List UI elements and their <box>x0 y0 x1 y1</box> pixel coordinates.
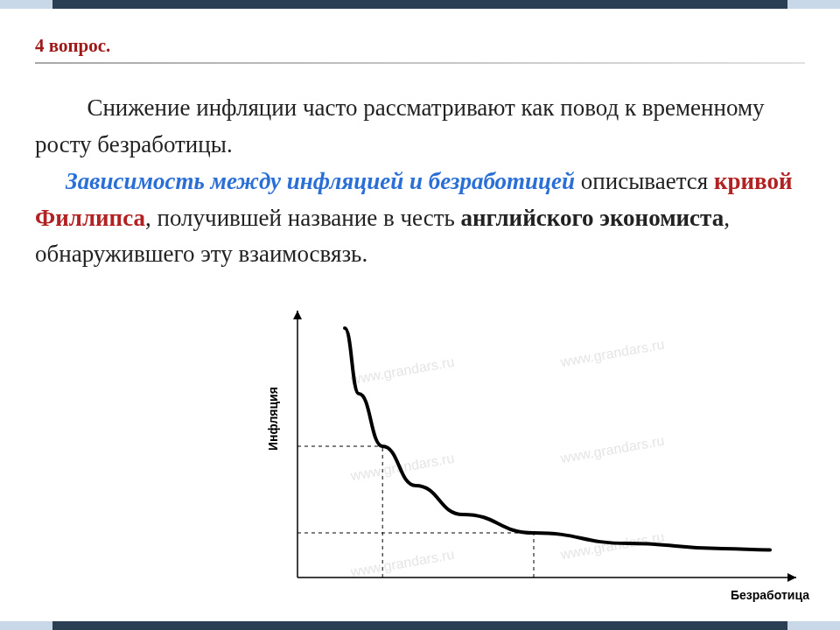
corner-accent <box>0 621 52 630</box>
corner-accent <box>788 621 840 630</box>
body-text: Снижение инфляции часто рассматривают ка… <box>35 90 805 273</box>
slide-top-border <box>0 0 840 9</box>
desc-verb: описывается <box>575 168 714 194</box>
phillips-curve-chart: www.grandars.ru www.grandars.ru www.gran… <box>271 302 814 604</box>
paragraph-1: Снижение инфляции часто рассматривают ка… <box>35 90 805 164</box>
svg-marker-2 <box>788 573 796 582</box>
desc-tail1: , получившей название в честь <box>145 205 461 231</box>
y-axis-label: Инфляция <box>266 387 280 451</box>
corner-accent <box>0 0 52 9</box>
slide-bottom-border <box>0 621 840 630</box>
slide-heading: 4 вопрос. <box>35 35 805 57</box>
heading-rule <box>35 62 805 64</box>
svg-marker-3 <box>293 311 302 319</box>
slide-content: 4 вопрос. Снижение инфляции часто рассма… <box>0 9 840 621</box>
chart-svg <box>271 302 814 604</box>
paragraph-2: Зависимость между инфляцией и безработиц… <box>35 164 805 274</box>
dependency-lead: Зависимость между инфляцией и безработиц… <box>66 168 575 194</box>
x-axis-label: Безработица <box>731 588 809 602</box>
corner-accent <box>788 0 840 9</box>
economist: английского экономиста <box>461 205 724 231</box>
